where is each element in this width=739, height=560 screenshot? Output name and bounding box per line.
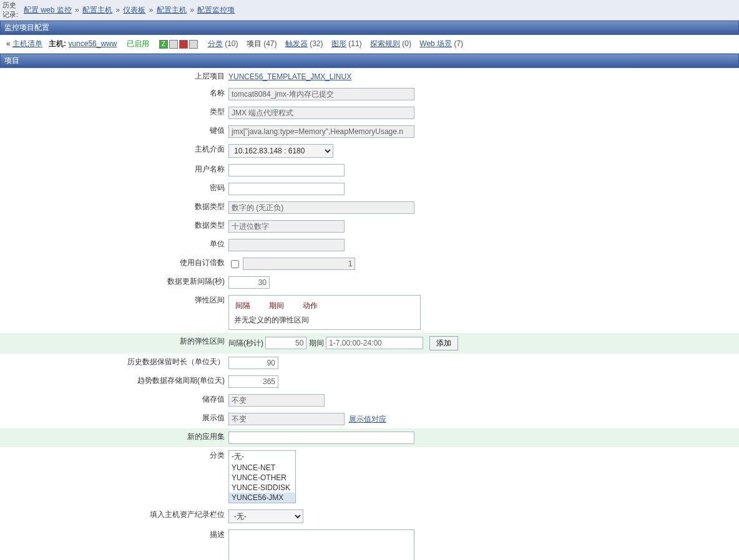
name-input[interactable]	[228, 88, 414, 100]
newflex-int-input[interactable]	[265, 337, 306, 349]
add-button[interactable]: 添加	[429, 336, 458, 350]
flex-empty-msg: 并无定义的的弹性区间	[234, 315, 415, 326]
section-title-config: 监控项目配置	[0, 21, 739, 35]
lbl-dtype2: 数据类型	[0, 217, 228, 236]
app-opt-5[interactable]: YUNCE56-WEB	[229, 503, 295, 503]
lbl-user: 用户名称	[0, 161, 228, 180]
icon-z: Z	[159, 40, 168, 49]
username-input[interactable]	[228, 164, 345, 176]
lbl-show: 展示值	[0, 410, 228, 428]
lbl-newapp: 新的应用集	[0, 428, 228, 447]
trend-input[interactable]	[228, 375, 278, 388]
datatype-input[interactable]	[228, 201, 414, 214]
app-opt-1[interactable]: YUNCE-NET	[229, 463, 295, 473]
lbl-type: 类型	[0, 104, 228, 122]
app-opt-0[interactable]: -无-	[229, 451, 295, 463]
link-web[interactable]: Web 场景	[419, 39, 452, 48]
link-discovery[interactable]: 探索规则	[370, 39, 400, 48]
lbl-parent: 上层项目	[0, 68, 228, 85]
app-opt-3[interactable]: YUNCE-SIDDISK	[229, 483, 295, 493]
section-title-item: 项目	[0, 54, 739, 68]
count-items: (47)	[263, 39, 277, 48]
lbl-unit: 单位	[0, 236, 228, 254]
parent-link[interactable]: YUNCE56_TEMPLATE_JMX_LINUX	[228, 72, 351, 81]
link-items: 项目	[247, 39, 262, 48]
app-opt-2[interactable]: YUNCE-OTHER	[229, 473, 295, 483]
asset-select[interactable]: -无-	[228, 509, 303, 523]
key-input[interactable]	[228, 125, 414, 138]
datatype2-input[interactable]	[228, 220, 345, 233]
icon-3	[179, 40, 188, 49]
bc-item-1[interactable]: 配置主机	[82, 6, 112, 14]
flex-h1: 间隔	[235, 301, 268, 314]
host-label: 主机:	[49, 39, 66, 48]
lbl-asset: 填入主机资产纪录栏位	[0, 506, 228, 526]
interface-select[interactable]: 10.162.83.148 : 6180	[228, 144, 333, 158]
count-web: (7)	[454, 39, 463, 48]
count-triggers: (32)	[310, 39, 323, 48]
flex-interval-box: 间隔 期间 动作 并无定义的的弹性区间	[228, 295, 421, 330]
apps-listbox[interactable]: -无- YUNCE-NET YUNCE-OTHER YUNCE-SIDDISK …	[228, 450, 296, 503]
lbl-key: 键值	[0, 122, 228, 141]
count-discovery: (0)	[402, 39, 411, 48]
host-name-link[interactable]: yunce56_www	[68, 39, 117, 48]
link-graphs[interactable]: 图形	[331, 39, 346, 48]
lbl-hist: 历史数据保留时长（单位天）	[0, 354, 228, 372]
bc-item-0[interactable]: 配置 web 监控	[24, 6, 72, 14]
count-categories: (10)	[225, 39, 238, 48]
multiplier-input[interactable]	[243, 258, 355, 270]
count-graphs: (11)	[348, 39, 361, 48]
bc-item-2[interactable]: 仪表板	[123, 6, 145, 14]
bc-item-4[interactable]: 配置监控项	[197, 6, 235, 14]
lbl-pass: 密码	[0, 180, 228, 198]
flex-h2: 期间	[269, 301, 301, 314]
app-opt-4[interactable]: YUNCE56-JMX	[229, 493, 295, 503]
history-input[interactable]	[228, 357, 278, 369]
newflex-int-label: 间隔(秒计)	[228, 339, 263, 347]
newflex-period-label: 期间	[309, 339, 324, 347]
lbl-store: 储存值	[0, 391, 228, 410]
show-input[interactable]	[228, 413, 345, 425]
show-map-link[interactable]: 展示值对应	[349, 415, 386, 423]
icon-2	[169, 40, 178, 49]
multiplier-check[interactable]	[231, 260, 239, 268]
lbl-desc: 描述	[0, 526, 228, 560]
host-icons: Z	[159, 40, 198, 49]
history-label: 历史记录:	[2, 1, 20, 19]
store-input[interactable]	[228, 394, 325, 407]
newflex-period-input[interactable]	[326, 337, 423, 349]
type-input[interactable]	[228, 107, 414, 119]
lbl-iface: 主机介面	[0, 141, 228, 161]
lbl-dtype: 数据类型	[0, 198, 228, 217]
link-triggers[interactable]: 触发器	[285, 39, 308, 48]
interval-input[interactable]	[228, 276, 270, 289]
breadcrumb: 配置 web 监控 » 配置主机 » 仪表板 » 配置主机 » 配置监控项	[24, 5, 235, 16]
host-list-link[interactable]: 主机清单	[12, 39, 42, 48]
link-categories[interactable]: 分类	[208, 39, 223, 48]
lbl-apps: 分类	[0, 447, 228, 506]
unit-input[interactable]	[228, 239, 345, 251]
icon-4	[189, 40, 198, 49]
desc-textarea[interactable]	[228, 529, 414, 560]
lbl-mult: 使用自订倍数	[0, 254, 228, 273]
password-input[interactable]	[228, 183, 345, 195]
bc-item-3[interactable]: 配置主机	[157, 6, 187, 14]
status-enabled: 已启用	[127, 39, 149, 48]
lbl-name: 名称	[0, 85, 228, 104]
lbl-interval: 数据更新间隔(秒)	[0, 273, 228, 292]
lbl-flex: 弹性区间	[0, 292, 228, 333]
newapp-input[interactable]	[228, 432, 414, 444]
lbl-newflex: 新的弹性区间	[0, 333, 228, 354]
flex-h3: 动作	[303, 301, 335, 314]
lbl-trend: 趋势数据存储周期(单位天)	[0, 372, 228, 391]
